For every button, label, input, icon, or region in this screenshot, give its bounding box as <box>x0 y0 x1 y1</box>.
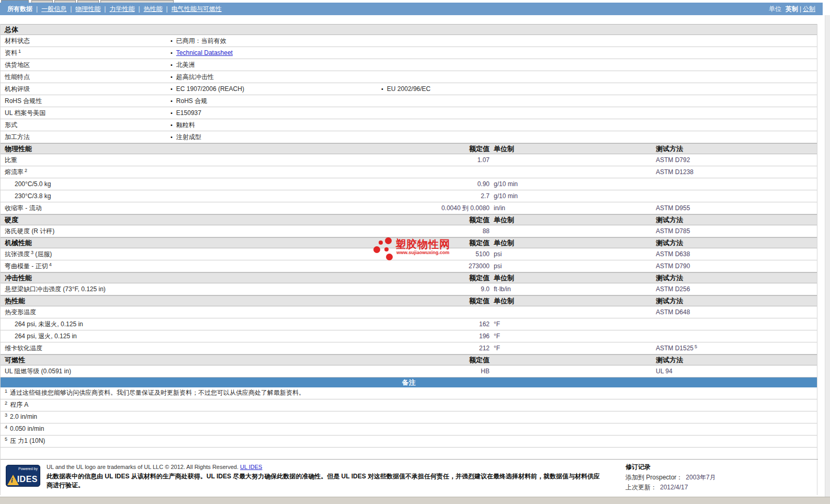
unit-value: ft·lb/in <box>490 283 652 295</box>
footnote-ref: 2 <box>25 168 27 173</box>
property-label: 形式 <box>1 119 170 131</box>
footnote-number: 4 <box>5 425 7 430</box>
bullet-icon: • <box>170 98 173 104</box>
unit-metric-link[interactable]: 公制 <box>803 5 815 14</box>
section-title: 物理性能 <box>1 144 382 154</box>
test-method <box>652 330 817 342</box>
note-row: 40.050 in/min <box>1 423 817 436</box>
test-method: ASTM D1238 <box>652 166 817 178</box>
property-label: 230°C/3.8 kg <box>1 190 382 202</box>
property-label: 200°C/5.0 kg <box>1 178 382 190</box>
property-label: 资料1 <box>1 47 170 59</box>
property-row: UL 阻燃等级 (0.0591 in)HBUL 94 <box>1 365 817 377</box>
ul-ides-link[interactable]: UL IDES <box>240 464 262 470</box>
general-rows: 材料状态•已商用：当前有效资料1•Technical Datasheet供货地区… <box>1 35 817 143</box>
unit-value: in/in <box>490 202 652 214</box>
property-value-cell: •EU 2002/96/EC <box>381 83 817 95</box>
notes-rows: 1通过这些链接您能够访问供应商资料。我们尽量保证及时更新资料；不过您可以从供应商… <box>1 387 817 448</box>
rated-value: 273000 <box>382 260 490 272</box>
ides-i-icon: i <box>11 476 13 485</box>
bullet-icon: • <box>170 86 173 92</box>
footnote-text: 2.0 in/min <box>10 413 37 420</box>
rated-value: 1.07 <box>382 154 490 166</box>
nav-separator: | <box>104 5 106 13</box>
column-header-rated-value: 额定值 <box>382 296 490 306</box>
unit-english: 英制 <box>786 5 798 14</box>
property-label: 供货地区 <box>1 59 170 71</box>
column-header-rated-value: 额定值 <box>382 273 490 283</box>
bullet-icon: • <box>170 62 173 68</box>
property-row: 弯曲模量 - 正切4273000psiASTM D790 <box>1 260 817 272</box>
property-value-cell: •RoHS 合规 <box>170 95 381 107</box>
test-method: ASTM D638 <box>652 248 817 260</box>
column-header-unit-system: 单位制 <box>490 238 652 248</box>
unit-value: °F <box>490 330 652 342</box>
column-header-test-method: 测试方法 <box>652 296 817 306</box>
rated-value: 212 <box>382 342 490 354</box>
property-row: 264 psi, 退火, 0.125 in196°F <box>1 330 817 342</box>
column-header-unit-system: 单位制 <box>490 296 652 306</box>
section-title: 机械性能 <box>1 238 382 248</box>
legal-english: UL and the UL logo are trademarks of UL … <box>47 464 601 470</box>
property-label: 材料状态 <box>1 35 170 47</box>
nav-tab-5[interactable]: 电气性能与可燃性 <box>172 5 222 14</box>
property-sections: 物理性能额定值单位制测试方法比重1.07ASTM D792熔流率2ASTM D1… <box>1 143 817 377</box>
test-method <box>652 178 817 190</box>
property-label: 加工方法 <box>1 131 170 143</box>
general-row: 资料1•Technical Datasheet <box>1 47 817 59</box>
revision-record: 修订记录 添加到 Prospector：2003年7月 上次更新：2012/4/… <box>626 463 716 492</box>
property-row: 比重1.07ASTM D792 <box>1 154 817 166</box>
bullet-icon: • <box>170 50 173 56</box>
bullet-icon: • <box>170 38 173 44</box>
property-label: UL 档案号美国 <box>1 107 170 119</box>
test-method: UL 94 <box>652 365 817 377</box>
browser-tab[interactable] <box>100 0 174 3</box>
property-label: 抗张强度3 (屈服) <box>1 248 382 260</box>
bottom-strip <box>0 497 830 504</box>
section-header-general: 总体 <box>1 24 817 35</box>
nav-tab-3[interactable]: 力学性能 <box>109 5 134 14</box>
general-row: RoHS 合规性•RoHS 合规 <box>1 95 817 107</box>
value-text: 北美洲 <box>176 61 195 68</box>
bullet-icon: • <box>170 74 173 80</box>
rated-value: 5100 <box>382 248 490 260</box>
browser-tab-active[interactable] <box>1 0 29 3</box>
unit-value: psi <box>490 248 652 260</box>
section-header: 硬度额定值单位制测试方法 <box>1 214 817 225</box>
revision-added-label: 添加到 Prospector： <box>626 474 683 481</box>
nav-tab-1[interactable]: 一般信息 <box>41 5 66 14</box>
section-header: 可燃性额定值测试方法 <box>1 354 817 365</box>
datasheet-link[interactable]: Technical Datasheet <box>176 49 233 56</box>
units-label: 单位 <box>769 5 781 14</box>
browser-tab[interactable] <box>31 0 53 3</box>
column-header-unit-system: 单位制 <box>490 215 652 225</box>
test-method: ASTM D792 <box>652 154 817 166</box>
section-header: 冲击性能额定值单位制测试方法 <box>1 272 817 283</box>
footnote-number: 3 <box>5 413 7 418</box>
nav-tab-0[interactable]: 所有数据 <box>7 5 32 14</box>
property-label: UL 阻燃等级 (0.0591 in) <box>1 365 382 377</box>
unit-value: g/10 min <box>490 190 652 202</box>
property-row: 热变形温度ASTM D648 <box>1 306 817 318</box>
nav-tab-2[interactable]: 物理性能 <box>75 5 100 14</box>
note-row: 2程序 A <box>1 399 817 411</box>
unit-separator: | <box>800 5 801 13</box>
browser-tabstrip <box>0 0 830 3</box>
unit-value <box>490 154 652 166</box>
nav-tab-4[interactable]: 热性能 <box>144 5 163 14</box>
column-header-unit-system: 单位制 <box>490 144 652 154</box>
rated-value: 9.0 <box>382 283 490 295</box>
browser-tab[interactable] <box>77 0 99 3</box>
column-header-unit-system <box>490 355 652 365</box>
legal-block: UL and the UL logo are trademarks of UL … <box>47 464 601 490</box>
browser-tab[interactable] <box>54 0 76 3</box>
property-label: 弯曲模量 - 正切4 <box>1 260 382 272</box>
property-label: RoHS 合规性 <box>1 95 170 107</box>
test-method: ASTM D955 <box>652 202 817 214</box>
value-text: 颗粒料 <box>176 121 195 129</box>
bullet-icon: • <box>170 122 173 128</box>
scrollbar-track[interactable] <box>825 15 830 497</box>
revision-title: 修订记录 <box>626 463 716 472</box>
revision-added: 添加到 Prospector：2003年7月 <box>626 473 716 482</box>
test-method: ASTM D15255 <box>652 342 817 354</box>
